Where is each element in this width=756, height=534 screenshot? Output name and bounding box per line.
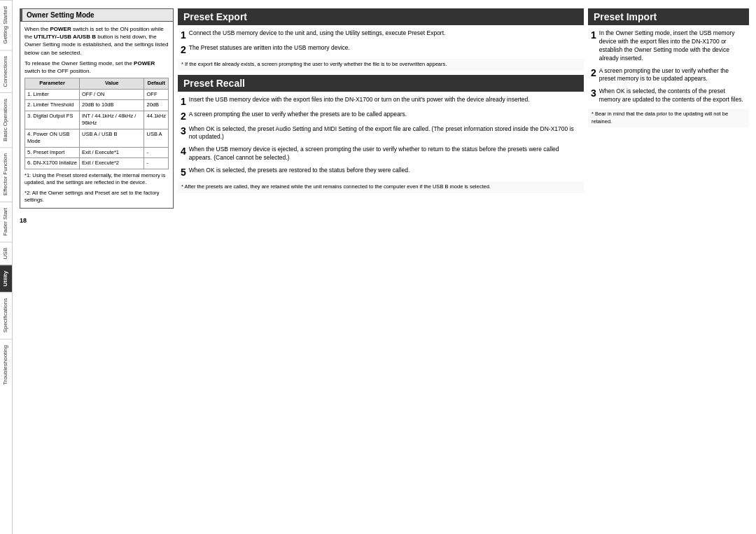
preset-export-title: Preset Export <box>178 8 584 25</box>
table-cell: 20dB to 10dB <box>80 100 144 111</box>
preset-recall-title: Preset Recall <box>178 75 584 92</box>
preset-import-title: Preset Import <box>588 8 749 25</box>
table-cell: 20dB <box>144 100 169 111</box>
step-text: When OK is selected, the presets are res… <box>189 167 581 177</box>
page-number: 18 <box>20 217 174 224</box>
middle-column: Preset Export 1Connect the USB memory de… <box>178 8 584 527</box>
preset-export-note: * If the export file already exists, a s… <box>178 59 584 71</box>
step-text: When OK is selected, the preset Audio Se… <box>189 125 581 142</box>
table-cell: - <box>144 158 169 169</box>
footnote-2: *2: All the Owner settings and Preset ar… <box>24 190 169 204</box>
settings-table: Parameter Value Default 1. LimiterOFF / … <box>24 78 169 169</box>
preset-import-note: * Bear in mind that the data prior to th… <box>588 108 749 127</box>
table-cell: 2. Limiter Threshold <box>25 100 80 111</box>
step-text: The Preset statuses are written into the… <box>189 44 581 55</box>
table-cell: 4. Power ON USB Mode <box>25 129 80 147</box>
step-item: 2A screen prompting the user to verify w… <box>181 111 581 121</box>
table-cell: OFF <box>144 89 169 100</box>
col-header-value: Value <box>80 78 144 90</box>
step-text: Connect the USB memory device to the uni… <box>189 29 581 40</box>
step-item: 3When OK is selected, the preset Audio S… <box>181 125 581 142</box>
owner-setting-release: To release the Owner Setting mode, set t… <box>24 59 169 75</box>
table-cell: Exit / Execute*2 <box>80 158 144 169</box>
sidebar-item-troubleshooting[interactable]: Troubleshooting <box>0 339 12 391</box>
step-number: 2 <box>181 111 186 121</box>
table-cell: USB A / USB B <box>80 129 144 147</box>
sidebar-item-utility[interactable]: Utility <box>0 265 12 292</box>
step-number: 1 <box>591 29 596 63</box>
table-cell: Exit / Execute*1 <box>80 147 144 158</box>
step-item: 2A screen prompting the user to verify w… <box>591 67 746 84</box>
step-item: 1Insert the USB memory device with the e… <box>181 96 581 106</box>
table-cell: 6. DN-X1700 Initalize <box>25 158 80 169</box>
preset-import-steps: 1In the Owner Setting mode, insert the U… <box>588 29 749 104</box>
preset-recall-section: Preset Recall 1Insert the USB memory dev… <box>178 75 584 193</box>
step-text: A screen prompting the user to verify wh… <box>189 111 581 121</box>
preset-import-section: Preset Import 1In the Owner Setting mode… <box>588 8 749 127</box>
table-cell: 3. Digital Output FS <box>25 111 80 129</box>
step-item: 3When OK is selected, the contents of th… <box>591 87 746 104</box>
table-cell: 1. Limiter <box>25 89 80 100</box>
sidebar-item-usb[interactable]: USB <box>0 241 12 265</box>
step-item: 4When the USB memory device is ejected, … <box>181 146 581 162</box>
step-number: 1 <box>181 96 186 106</box>
sidebar-item-basic-operations[interactable]: Basic Operations <box>0 92 12 147</box>
owner-setting-body: When the POWER switch is set to the ON p… <box>20 22 173 208</box>
right-column: Preset Import 1In the Owner Setting mode… <box>588 8 749 527</box>
table-cell: OFF / ON <box>80 89 144 100</box>
sidebar-item-fader-start[interactable]: Fader Start <box>0 202 12 241</box>
preset-recall-steps: 1Insert the USB memory device with the e… <box>178 96 584 178</box>
step-number: 1 <box>181 29 186 40</box>
step-text: In the Owner Setting mode, insert the US… <box>599 29 746 63</box>
step-item: 2The Preset statuses are written into th… <box>181 44 581 55</box>
step-number: 5 <box>181 167 186 177</box>
table-cell: 44.1kHz <box>144 111 169 129</box>
preset-export-section: Preset Export 1Connect the USB memory de… <box>178 8 584 71</box>
col-header-parameter: Parameter <box>25 78 80 90</box>
sidebar-item-specifications[interactable]: Specifications <box>0 292 12 338</box>
owner-setting-title: Owner Setting Mode <box>20 9 173 22</box>
owner-setting-box: Owner Setting Mode When the POWER switch… <box>20 8 174 209</box>
table-cell: - <box>144 147 169 158</box>
footnote-1: *1: Using the Preset stored externally, … <box>24 172 169 187</box>
step-text: A screen prompting the user to verify wh… <box>599 67 746 84</box>
step-item: 5When OK is selected, the presets are re… <box>181 167 581 177</box>
table-cell: INT / 44.1kHz / 48kHz / 96kHz <box>80 111 144 129</box>
owner-setting-intro: When the POWER switch is set to the ON p… <box>24 25 169 57</box>
step-number: 2 <box>181 44 186 55</box>
col-header-default: Default <box>144 78 169 90</box>
step-text: When OK is selected, the contents of the… <box>599 87 746 104</box>
step-number: 4 <box>181 146 186 162</box>
left-column: Owner Setting Mode When the POWER switch… <box>20 8 174 527</box>
sidebar-item-getting-started[interactable]: Getting Started <box>0 0 12 50</box>
table-cell: 5. Preset Import <box>25 147 80 158</box>
preset-export-steps: 1Connect the USB memory device to the un… <box>178 29 584 55</box>
step-number: 3 <box>181 125 186 142</box>
step-number: 2 <box>591 67 596 84</box>
preset-recall-note: * After the presets are called, they are… <box>178 181 584 193</box>
step-text: When the USB memory device is ejected, a… <box>189 146 581 162</box>
main-content: Owner Setting Mode When the POWER switch… <box>13 0 756 534</box>
step-item: 1Connect the USB memory device to the un… <box>181 29 581 40</box>
step-text: Insert the USB memory device with the ex… <box>189 96 581 106</box>
side-tabs: Getting Started Connections Basic Operat… <box>0 0 13 534</box>
step-number: 3 <box>591 87 596 104</box>
sidebar-item-connections[interactable]: Connections <box>0 50 12 92</box>
table-cell: USB A <box>144 129 169 147</box>
sidebar-item-effector-function[interactable]: Effector Function <box>0 147 12 201</box>
step-item: 1In the Owner Setting mode, insert the U… <box>591 29 746 63</box>
